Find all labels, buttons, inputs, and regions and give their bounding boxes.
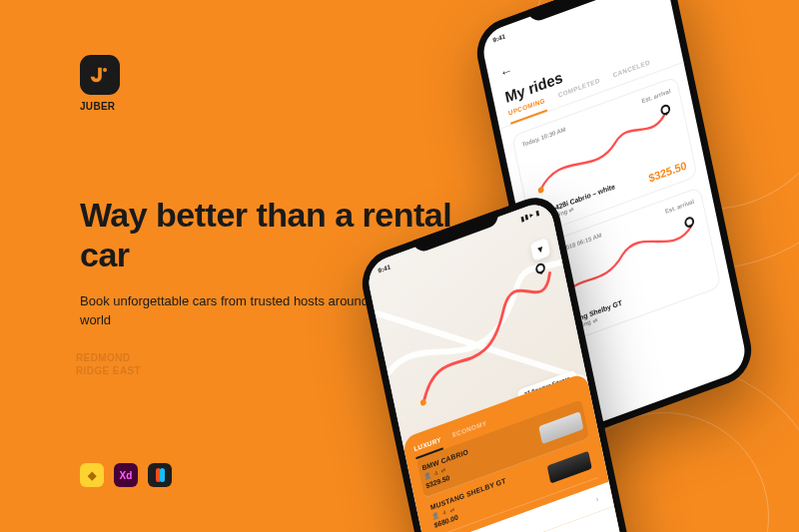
carsharing-icon: ⇌ [592, 316, 598, 324]
figma-icon [148, 463, 172, 487]
sketch-icon: ◆ [80, 463, 104, 487]
brand-name: JUBER [80, 101, 120, 112]
ride-price: $325.50 [648, 159, 688, 184]
carsharing-icon: ⇌ [448, 505, 454, 514]
chevron-right-icon: › [595, 494, 599, 504]
passengers-count: 4 [433, 469, 437, 476]
brand-logo-icon [80, 55, 120, 95]
adobe-xd-icon: Xd [114, 463, 138, 487]
passengers-icon: 👤 [431, 511, 439, 520]
background-map-label: REDMOND RIDGE EAST [76, 352, 141, 377]
carsharing-icon: ⇌ [440, 466, 446, 475]
hero-subheadline: Book unforgettable cars from trusted hos… [80, 292, 409, 330]
car-thumbnail [547, 450, 592, 483]
carsharing-icon: ⇌ [568, 206, 574, 214]
car-thumbnail [538, 411, 583, 444]
bg-map-label-line: REDMOND [76, 352, 141, 365]
back-icon[interactable]: ← [498, 62, 513, 81]
design-tool-badges: ◆ Xd [80, 463, 172, 487]
filter-icon: ▼ [535, 243, 545, 256]
bg-map-label-line: RIDGE EAST [76, 365, 141, 378]
svg-point-0 [103, 68, 107, 72]
passengers-count: 4 [442, 509, 446, 516]
passengers-icon: 👤 [423, 471, 431, 480]
brand-block: JUBER [80, 55, 120, 112]
